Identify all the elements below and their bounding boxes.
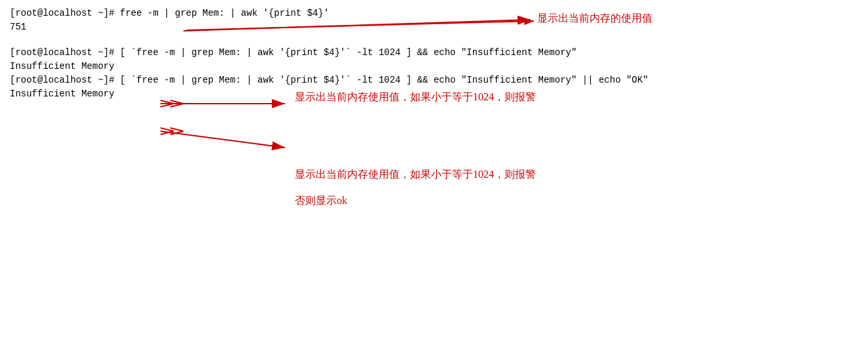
terminal-line-5: Insufficient Memory: [10, 60, 858, 73]
terminal-line-2: 751: [10, 20, 858, 34]
annotation-1: 显示出当前内存的使用值: [537, 12, 652, 26]
terminal-line-1: [root@localhost ~]# free -m | grep Mem: …: [10, 7, 858, 20]
blank-line-1: [10, 34, 858, 46]
annotation-3-line1: 显示出当前内存使用值，如果小于等于1024，则报警: [295, 168, 536, 182]
terminal-line-6: [root@localhost ~]# [ `free -m | grep Me…: [10, 73, 858, 87]
annotation-2: 显示出当前内存使用值，如果小于等于1024，则报警: [295, 91, 536, 104]
terminal-line-4: [root@localhost ~]# [ `free -m | grep Me…: [10, 46, 858, 60]
annotation-3-line2: 否则显示ok: [295, 194, 347, 208]
